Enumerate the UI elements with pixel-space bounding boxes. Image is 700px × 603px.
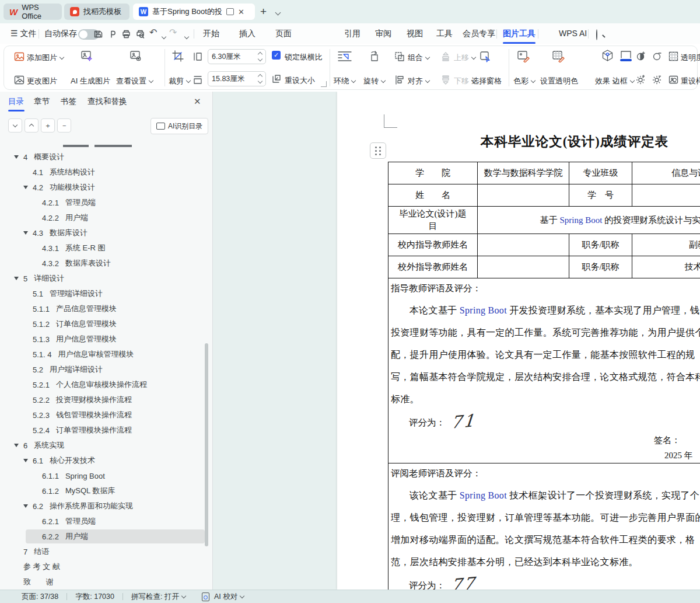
undo-icon[interactable]: ↶: [149, 28, 157, 37]
view-settings-button[interactable]: 查看设置: [116, 76, 153, 86]
rotate-button[interactable]: 旋转: [363, 76, 385, 86]
change-image-button[interactable]: 更改图片: [27, 76, 57, 86]
transparency-button[interactable]: 透明度: [681, 53, 700, 63]
toc-item[interactable]: 6.2.2用户端: [0, 529, 213, 544]
menu-picture-tools[interactable]: 图片工具: [503, 29, 536, 39]
expander-arrow-icon[interactable]: [23, 231, 28, 235]
menu-member[interactable]: 会员专享: [463, 29, 495, 39]
menu-start[interactable]: 开始: [203, 29, 219, 39]
home-tab[interactable]: W WPS Office: [4, 4, 62, 20]
width-steppers[interactable]: [258, 53, 262, 61]
toc-item[interactable]: 5.2.4订单管理模块操作流程: [0, 423, 213, 438]
toc-item[interactable]: 6系统实现: [0, 438, 213, 453]
spellcheck-status[interactable]: 拼写检查: 打开: [131, 592, 186, 602]
lock-ratio-checkbox[interactable]: ✓: [272, 51, 281, 60]
selection-pane-button[interactable]: 选择窗格: [471, 76, 502, 86]
grade-table[interactable]: 学 院 数学与数据科学学院 专业班级 信息与计算科学 姓 名 学 号 毕业论文(…: [388, 162, 700, 590]
toc-item[interactable]: 7结语: [0, 544, 213, 559]
align-button[interactable]: 对齐: [408, 76, 429, 86]
toc-zoom-in-button[interactable]: ＋: [41, 118, 55, 133]
redo-icon[interactable]: ↷: [169, 28, 177, 37]
set-transparent-color-button[interactable]: 设置透明色: [540, 76, 578, 86]
toc-item[interactable]: 5详细设计: [0, 271, 213, 286]
expander-arrow-icon[interactable]: [23, 459, 28, 462]
new-tab-button[interactable]: +: [260, 6, 267, 18]
expander-arrow-icon[interactable]: [23, 186, 28, 189]
toc-item-clipped[interactable]: [0, 142, 213, 149]
print-preview-icon[interactable]: [134, 28, 146, 40]
toc-item[interactable]: 4.2.2用户端: [0, 210, 213, 225]
wrap-button[interactable]: 环绕: [334, 76, 355, 86]
toc-item[interactable]: 6.1.2MySQL 数据库: [0, 483, 213, 499]
toc-item[interactable]: 6.1核心开发技术: [0, 453, 213, 468]
expander-arrow-icon[interactable]: [23, 504, 28, 508]
sidebar-scrollbar[interactable]: [205, 343, 208, 546]
toc-item[interactable]: 5.1.1产品信息管理模块: [0, 301, 213, 316]
dialog-launcher-icon[interactable]: [321, 81, 327, 87]
toc-item[interactable]: 4概要设计: [0, 149, 213, 165]
toc-item[interactable]: 6.1.1Spring Boot: [0, 468, 213, 483]
menu-reference[interactable]: 引用: [344, 29, 360, 39]
menu-page[interactable]: 页面: [275, 29, 292, 39]
template-tab[interactable]: 找稻壳模板: [64, 4, 130, 20]
height-steppers[interactable]: [258, 75, 262, 83]
toc-zoom-out-button[interactable]: －: [57, 118, 71, 133]
word-count[interactable]: 字数: 17030: [75, 592, 114, 602]
tab-list-dropdown-icon[interactable]: [273, 8, 280, 18]
sidebar-tab-bookmarks[interactable]: 书签: [61, 96, 76, 107]
menu-review[interactable]: 审阅: [375, 29, 391, 39]
sidebar-close-icon[interactable]: ✕: [194, 97, 201, 106]
expander-arrow-icon[interactable]: [14, 277, 19, 280]
toc-item[interactable]: 4.3数据库设计: [0, 225, 213, 240]
brightness-up-icon[interactable]: [636, 74, 646, 87]
expander-arrow-icon[interactable]: [14, 155, 19, 159]
toc-item[interactable]: 6.2操作系统界面和功能实现: [0, 499, 213, 514]
toc-item[interactable]: 5.2.3钱包管理模块操作流程: [0, 407, 213, 423]
tab-preview-icon[interactable]: [226, 8, 234, 15]
sidebar-tab-find-replace[interactable]: 查找和替换: [88, 96, 127, 107]
toc-item[interactable]: 参 考 文 献: [0, 559, 213, 574]
contrast-up-icon[interactable]: [636, 51, 646, 64]
menu-insert[interactable]: 插入: [239, 29, 256, 39]
toc-collapse-button[interactable]: [8, 118, 22, 133]
toc-item[interactable]: 6.2.1管理员端: [0, 514, 213, 529]
export-pdf-icon[interactable]: [107, 28, 118, 40]
toc-item[interactable]: 5.1管理端详细设计: [0, 286, 213, 301]
crop-button[interactable]: 裁剪: [169, 76, 190, 86]
toc-item[interactable]: 5.1. 4用户信息审核管理模块: [0, 347, 213, 362]
toc-item[interactable]: 5.1.2订单信息管理模块: [0, 316, 213, 332]
toc-expand-button[interactable]: [24, 118, 38, 133]
toc-item[interactable]: 致 谢: [0, 574, 213, 590]
ai-recognize-toc-button[interactable]: AI识别目录: [150, 118, 208, 134]
tab-close-icon[interactable]: ✕: [238, 8, 244, 16]
ai-proofread[interactable]: AI 校对: [214, 592, 244, 602]
print-icon[interactable]: [120, 28, 132, 40]
search-icon[interactable]: [596, 30, 597, 40]
menu-view[interactable]: 视图: [407, 29, 423, 39]
image-height-input[interactable]: 15.83厘米: [208, 71, 266, 86]
border-button[interactable]: 边框: [612, 76, 634, 86]
redo-dropdown-icon[interactable]: [182, 32, 188, 42]
menu-wps-ai[interactable]: WPS AI: [559, 29, 587, 38]
sidebar-tab-contents[interactable]: 目录: [8, 96, 24, 107]
undo-dropdown-icon[interactable]: [159, 32, 166, 42]
reset-size-button[interactable]: 重设大小: [285, 75, 315, 86]
toc-item[interactable]: 4.2功能模块设计: [0, 180, 213, 195]
toc-item[interactable]: 5.1.3用户信息管理模块: [0, 332, 213, 347]
save-icon[interactable]: [92, 28, 104, 40]
toc-item[interactable]: 4.3.1系统 E-R 图: [0, 240, 213, 256]
bring-forward-button[interactable]: 上移: [454, 53, 475, 63]
document-page[interactable]: 本科毕业论文(设计)成绩评定表 学 院 数学与数据科学学院 专业班级 信息与计算…: [337, 92, 700, 590]
image-width-input[interactable]: 6.30厘米: [208, 49, 266, 64]
toc-item[interactable]: 5.2.1个人信息审核模块操作流程: [0, 377, 213, 392]
brightness-down-icon[interactable]: [652, 74, 663, 87]
menu-file[interactable]: ☰ 文件: [10, 29, 36, 39]
menu-tools[interactable]: 工具: [436, 29, 453, 39]
document-tab[interactable]: W 基于Spring Boot的投资理财 ✕: [133, 4, 255, 20]
toc-item[interactable]: 4.1系统结构设计: [0, 165, 213, 180]
contrast-down-icon[interactable]: [652, 51, 663, 64]
toc-item[interactable]: 4.2.1管理员端: [0, 195, 213, 210]
ai-generate-image-button[interactable]: AI 生成图片: [71, 76, 110, 86]
page-indicator[interactable]: 页面: 37/38: [22, 592, 58, 602]
sidebar-tab-chapters[interactable]: 章节: [34, 96, 50, 107]
